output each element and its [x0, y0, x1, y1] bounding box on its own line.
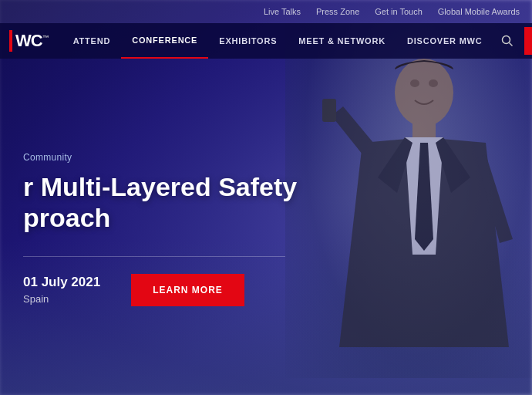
svg-line-6	[509, 43, 512, 46]
main-navigation: WC™ ATTEND CONFERENCE EXHIBITORS MEET & …	[0, 23, 532, 59]
register-button[interactable]: REGISTER YOUR	[524, 27, 532, 55]
hero-content: Community r Multi-Layered Safety proach …	[0, 59, 532, 395]
nav-items-container: ATTEND CONFERENCE EXHIBITORS MEET & NETW…	[62, 23, 518, 59]
logo-trademark: ™	[42, 34, 49, 42]
nav-exhibitors[interactable]: EXHIBITORS	[208, 23, 288, 59]
hero-meta: 01 July 2021 Spain LEARN MORE	[23, 274, 509, 306]
hero-category: Community	[23, 152, 509, 163]
global-mobile-awards-link[interactable]: Global Mobile Awards	[438, 7, 520, 16]
hero-title-line1: r Multi-Layered Safety	[23, 172, 297, 201]
logo[interactable]: WC™	[9, 30, 49, 52]
nav-meet-network[interactable]: MEET & NETWORK	[288, 23, 396, 59]
nav-conference[interactable]: CONFERENCE	[121, 23, 208, 59]
hero-title: r Multi-Layered Safety proach	[23, 172, 409, 232]
top-utility-bar: Live Talks Press Zone Get in Touch Globa…	[0, 0, 532, 23]
svg-point-5	[502, 36, 510, 44]
search-icon[interactable]	[497, 30, 518, 52]
hero-title-line2: proach	[23, 203, 110, 232]
learn-more-button[interactable]: LEARN MORE	[131, 274, 244, 306]
nav-attend[interactable]: ATTEND	[62, 23, 122, 59]
logo-stripe	[9, 30, 12, 52]
hero-date-block: 01 July 2021 Spain	[23, 275, 100, 305]
press-zone-link[interactable]: Press Zone	[316, 7, 359, 16]
get-in-touch-link[interactable]: Get in Touch	[375, 7, 423, 16]
hero-date: 01 July 2021	[23, 275, 100, 290]
live-talks-link[interactable]: Live Talks	[264, 7, 301, 16]
hero-location: Spain	[23, 293, 100, 305]
nav-discover-mwc[interactable]: DISCOVER MWC	[396, 23, 493, 59]
hero-divider	[23, 256, 285, 257]
logo-text: WC™	[15, 32, 49, 49]
